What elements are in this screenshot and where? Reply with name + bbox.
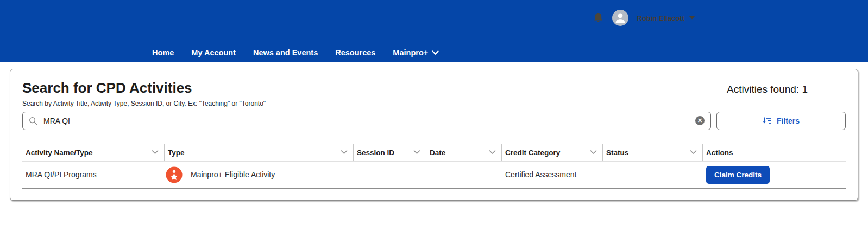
column-header-type[interactable]: Type	[165, 144, 354, 161]
user-avatar[interactable]	[612, 10, 628, 26]
cell-type: Mainpro+ Eligible Activity	[165, 166, 354, 183]
table-row: MRA QI/PI Programs Mainpro+ Eligible Act…	[22, 162, 846, 189]
column-header-session-id[interactable]: Session ID	[354, 144, 426, 161]
chevron-down-icon[interactable]	[489, 150, 496, 155]
chevron-down-icon	[689, 16, 695, 20]
column-header-credit-category[interactable]: Credit Category	[502, 144, 603, 161]
user-cluster: Robin Ellacott	[593, 10, 695, 26]
user-menu[interactable]: Robin Ellacott	[637, 14, 695, 22]
claim-credits-button[interactable]: Claim Credits	[706, 166, 770, 184]
bell-icon[interactable]	[593, 12, 603, 24]
cpd-search-card: Search for CPD Activities Activities fou…	[10, 69, 858, 201]
cell-activity-name: MRA QI/PI Programs	[22, 170, 165, 179]
nav-resources[interactable]: Resources	[335, 48, 375, 57]
results-table: Activity Name/Type Type Session ID Date	[22, 144, 846, 189]
search-row: ✕ Filters	[22, 112, 846, 130]
chevron-down-icon[interactable]	[341, 150, 348, 155]
mainpro-star-badge-icon	[166, 166, 183, 183]
nav-my-account[interactable]: My Account	[191, 48, 236, 57]
chevron-down-icon[interactable]	[413, 150, 420, 155]
activities-found-count: Activities found: 1	[727, 80, 846, 95]
search-icon	[29, 117, 37, 125]
user-name-label: Robin Ellacott	[637, 14, 684, 22]
filters-button[interactable]: Filters	[716, 112, 846, 130]
page-title: Search for CPD Activities	[22, 80, 192, 96]
chevron-down-icon[interactable]	[590, 150, 597, 155]
filters-button-label: Filters	[777, 117, 800, 125]
nav-home[interactable]: Home	[152, 48, 174, 57]
search-input[interactable]	[42, 116, 690, 126]
column-header-actions: Actions	[703, 144, 846, 161]
column-header-date[interactable]: Date	[426, 144, 502, 161]
column-header-status[interactable]: Status	[603, 144, 703, 161]
card-header: Search for CPD Activities Activities fou…	[22, 80, 846, 96]
search-helper-text: Search by Activity Title, Activity Type,…	[22, 100, 846, 107]
chevron-down-icon[interactable]	[690, 150, 697, 155]
filter-list-icon	[763, 117, 772, 125]
table-header-row: Activity Name/Type Type Session ID Date	[22, 144, 846, 162]
nav-mainpro-label: Mainpro+	[393, 48, 428, 57]
column-header-activity-name[interactable]: Activity Name/Type	[22, 144, 165, 161]
cell-actions: Claim Credits	[703, 166, 846, 184]
cell-credit-category: Certified Assessment	[502, 170, 603, 179]
cell-type-label: Mainpro+ Eligible Activity	[191, 170, 275, 179]
search-box: ✕	[22, 112, 711, 130]
chevron-down-icon	[432, 50, 439, 55]
nav-mainpro[interactable]: Mainpro+	[393, 48, 439, 57]
clear-search-icon[interactable]: ✕	[695, 116, 705, 125]
nav-news-and-events[interactable]: News and Events	[253, 48, 318, 57]
top-banner: Home My Account News and Events Resource…	[0, 0, 868, 62]
main-nav: Home My Account News and Events Resource…	[152, 48, 439, 57]
chevron-down-icon[interactable]	[152, 150, 159, 155]
